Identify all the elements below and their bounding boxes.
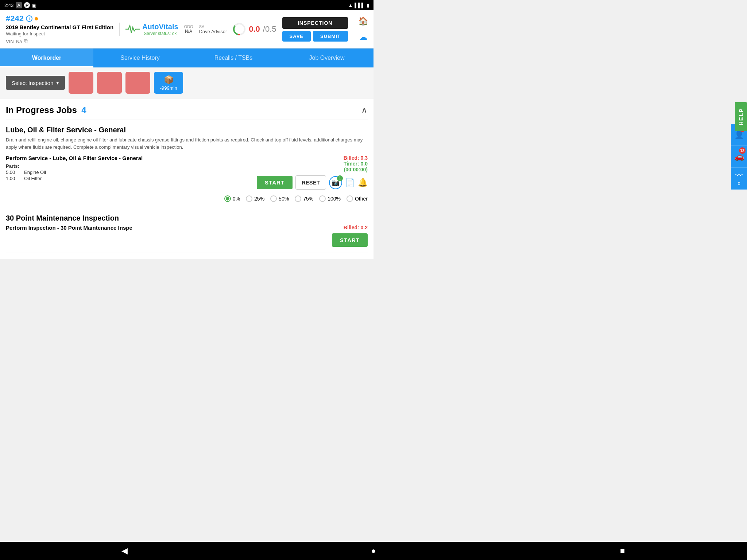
info-icon[interactable]: i <box>26 15 32 22</box>
radio-25pct[interactable]: 25% <box>246 195 264 202</box>
sa-name: Dave Advisor <box>199 29 227 34</box>
inspection-color-block-1[interactable] <box>69 72 93 94</box>
logo-heartbeat-svg <box>125 24 140 35</box>
job-line-30point: Perform Inspection - 30 Point Maintenanc… <box>6 225 368 247</box>
odo-value: N/A <box>184 29 193 34</box>
radio-100pct[interactable]: 100% <box>319 195 341 202</box>
job-line-title-30point: Perform Inspection - 30 Point Maintenanc… <box>6 225 328 231</box>
server-status: Server status: ok <box>142 31 178 36</box>
odometer-section: ODO N/A <box>184 24 193 34</box>
order-number[interactable]: #242 <box>6 14 24 23</box>
signal-icon: ▌▌▌ <box>355 3 365 8</box>
radio-circle-100pct <box>319 195 326 202</box>
battery-icon: ▮ <box>367 3 369 8</box>
radio-circle-75pct <box>295 195 301 202</box>
job-line-left-30point: Perform Inspection - 30 Point Maintenanc… <box>6 225 328 232</box>
inspection-button[interactable]: INSPECTION <box>282 17 348 29</box>
in-progress-section-header: In Progress Jobs 4 ∧ <box>6 98 368 120</box>
copy-icon[interactable]: ⧉ <box>24 38 28 44</box>
billed-text: Billed: 0.3 <box>344 155 368 161</box>
collapse-icon[interactable]: ∧ <box>361 105 368 115</box>
header-buttons: INSPECTION SAVE SUBMIT <box>282 17 348 42</box>
progress-row-lube: 0% 25% 50% 75% <box>224 195 368 202</box>
radio-0pct[interactable]: 0% <box>224 195 240 202</box>
timer-block[interactable]: 📦 -999min <box>154 72 183 94</box>
app-header: #242 i 2019 Bentley Continental GT First… <box>0 10 374 48</box>
action-buttons-30point: START <box>332 233 368 247</box>
timer-time: (00:00:00) <box>344 167 368 172</box>
app-icon-a: A <box>16 2 22 8</box>
radio-label-75pct: 75% <box>303 196 313 202</box>
radio-75pct[interactable]: 75% <box>295 195 313 202</box>
reset-button-lube[interactable]: RESET <box>295 175 326 190</box>
box-icon: 📦 <box>164 75 174 85</box>
billed-timer-30point: Billed: 0.2 <box>344 225 368 230</box>
score-value: 0.0 <box>249 24 260 34</box>
job-line-right-30point: Billed: 0.2 START <box>332 225 368 247</box>
action-buttons-lube: START RESET 📷 1 📄 🔔 <box>257 175 368 190</box>
radio-50pct[interactable]: 50% <box>270 195 289 202</box>
job-line-right-lube: Billed: 0.3 Timer: 0.0 (00:00:00) START … <box>224 155 368 202</box>
job-lube-oil-filter: Lube, Oil & Filter Service - General Dra… <box>6 120 368 208</box>
timer-value: -999min <box>160 85 177 91</box>
start-button-lube[interactable]: START <box>257 176 293 189</box>
inspection-color-block-2[interactable] <box>97 72 122 94</box>
cloud-icon[interactable]: ☁ <box>357 31 370 44</box>
part-qty-engine-oil: 5.00 <box>6 170 20 175</box>
job-line-title-lube: Perform Service - Lube, Oil & Filter Ser… <box>6 155 221 161</box>
select-inspection-label: Select Inspection <box>12 80 53 86</box>
status-right-icons: ▲ ▌▌▌ ▮ <box>348 3 369 8</box>
tab-recalls-tsbs[interactable]: Recalls / TSBs <box>187 48 280 67</box>
odo-label: ODO <box>184 24 193 29</box>
job-title-30point: 30 Point Maintenance Inspection <box>6 214 368 222</box>
sa-label: SA <box>199 24 227 29</box>
score-pie-chart <box>233 23 246 36</box>
tab-service-history[interactable]: Service History <box>93 48 187 67</box>
job-line-lube: Perform Service - Lube, Oil & Filter Ser… <box>6 155 368 202</box>
radio-label-100pct: 100% <box>328 196 341 202</box>
score-section: 0.0 /0.5 <box>233 23 276 36</box>
radio-circle-0pct <box>224 195 231 202</box>
radio-other[interactable]: Other <box>347 195 368 202</box>
radio-circle-50pct <box>270 195 277 202</box>
app-icon-sd: ▣ <box>32 3 36 8</box>
part-qty-oil-filter: 1.00 <box>6 176 20 181</box>
parts-label: Parts: <box>6 163 221 169</box>
status-time: 2:43 <box>4 3 13 8</box>
score-max: /0.5 <box>263 24 276 34</box>
tab-job-overview[interactable]: Job Overview <box>280 48 374 67</box>
bell-icon-lube[interactable]: 🔔 <box>358 178 368 187</box>
vehicle-name: 2019 Bentley Continental GT First Editio… <box>6 24 113 30</box>
logo-name: AutoVitals <box>142 23 178 31</box>
camera-button-lube[interactable]: 📷 1 <box>329 176 342 189</box>
service-advisor-section: SA Dave Advisor <box>199 24 227 34</box>
radio-label-other: Other <box>355 196 368 202</box>
app-icon-p: P <box>24 2 30 8</box>
part-row-oil-filter: 1.00 Oil Filter <box>6 176 221 181</box>
part-name-engine-oil: Engine Oil <box>24 170 46 175</box>
radio-label-50pct: 50% <box>279 196 289 202</box>
vin-value: Na <box>16 39 22 44</box>
status-bar: 2:43 A P ▣ ▲ ▌▌▌ ▮ <box>0 0 374 10</box>
submit-button[interactable]: SUBMIT <box>313 31 348 42</box>
job-line-left-lube: Perform Service - Lube, Oil & Filter Ser… <box>6 155 221 181</box>
home-icon[interactable]: 🏠 <box>357 15 370 28</box>
order-info: #242 i 2019 Bentley Continental GT First… <box>6 14 113 44</box>
tab-workorder[interactable]: Workorder <box>0 48 93 67</box>
main-content: In Progress Jobs 4 ∧ Lube, Oil & Filter … <box>0 98 374 259</box>
select-inspection-dropdown[interactable]: Select Inspection ▾ <box>6 76 65 90</box>
autovitals-logo: AutoVitals Server status: ok <box>119 23 178 36</box>
status-dot <box>35 17 38 20</box>
part-name-oil-filter: Oil Filter <box>24 176 42 181</box>
radio-circle-other <box>347 195 353 202</box>
job-title-lube: Lube, Oil & Filter Service - General <box>6 126 368 134</box>
document-icon-lube[interactable]: 📄 <box>345 178 355 187</box>
inspection-color-block-3[interactable] <box>125 72 150 94</box>
start-button-30point[interactable]: START <box>332 233 368 247</box>
radio-label-25pct: 25% <box>254 196 264 202</box>
job-30point-inspection: 30 Point Maintenance Inspection Perform … <box>6 208 368 253</box>
radio-circle-25pct <box>246 195 252 202</box>
save-button[interactable]: SAVE <box>282 31 311 42</box>
header-icon-section: 🏠 🔄 ☁ ⚙ <box>357 15 374 44</box>
timer-text: Timer: 0.0 <box>344 161 368 167</box>
